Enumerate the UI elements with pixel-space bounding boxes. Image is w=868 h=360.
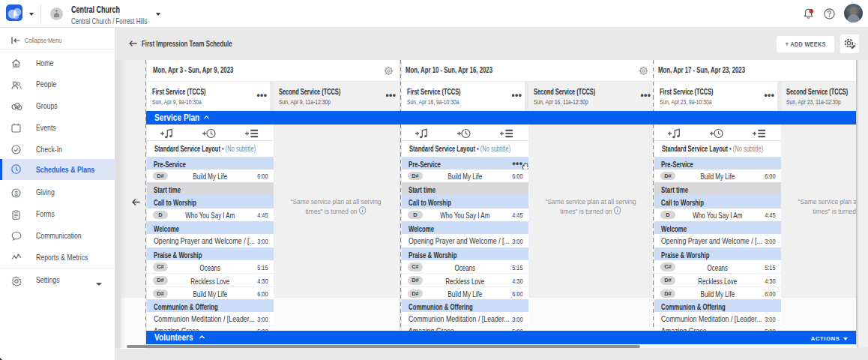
svg-text:$: $ (14, 189, 18, 196)
